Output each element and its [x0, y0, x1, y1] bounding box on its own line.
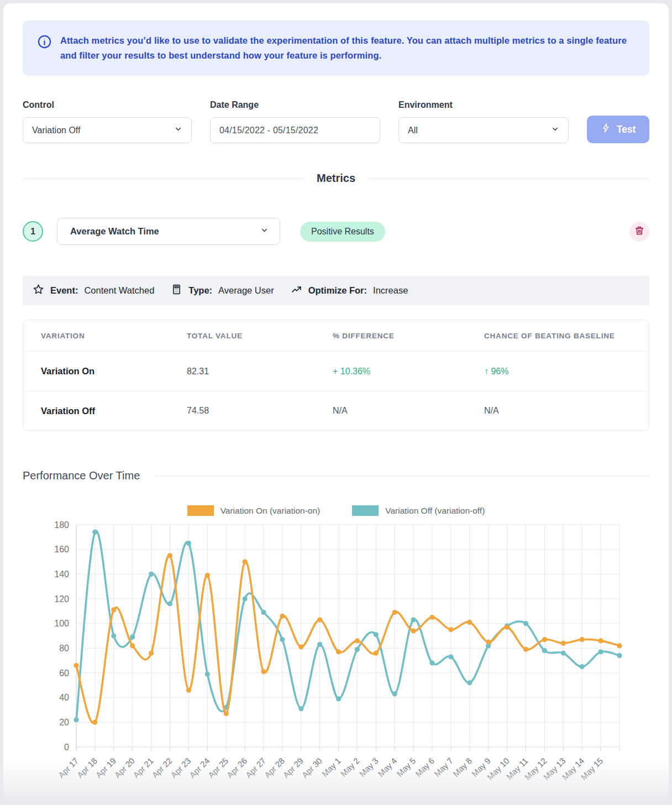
date-range-input[interactable]: 04/15/2022 - 05/15/2022: [210, 117, 380, 143]
svg-text:40: 40: [59, 693, 69, 702]
col-header-variation: VARIATION: [41, 332, 187, 340]
performance-chart: Variation On (variation-on) Variation Of…: [23, 505, 649, 798]
chevron-down-icon: [260, 226, 269, 237]
svg-text:140: 140: [54, 569, 69, 579]
svg-text:May 3: May 3: [358, 756, 380, 778]
environment-field: Environment All: [398, 100, 569, 143]
col-header-total-value: TOTAL VALUE: [187, 332, 333, 340]
row-variation-name: Variation Off: [41, 406, 187, 416]
legend-swatch-variation-off: [352, 505, 379, 516]
svg-text:Apr 27: Apr 27: [244, 756, 267, 780]
row-chance: ↑ 96%: [484, 367, 649, 377]
performance-chart-svg: 020406080100120140160180Apr 17Apr 18Apr …: [23, 519, 653, 796]
filter-controls: Control Variation Off Date Range 04/15/2…: [23, 100, 649, 143]
svg-text:May 4: May 4: [376, 756, 398, 778]
svg-text:160: 160: [54, 545, 69, 554]
svg-text:May 5: May 5: [395, 756, 417, 778]
svg-text:May 8: May 8: [451, 756, 474, 778]
calculator-icon: [171, 284, 182, 297]
metric-select[interactable]: Average Watch Time: [57, 218, 280, 245]
results-table: VARIATION TOTAL VALUE % DIFFERENCE CHANC…: [23, 320, 649, 431]
row-difference: + 10.36%: [333, 367, 484, 377]
col-header-difference: % DIFFERENCE: [333, 332, 484, 340]
result-status-badge: Positive Results: [300, 222, 385, 242]
svg-text:Apr 22: Apr 22: [150, 756, 174, 780]
svg-text:60: 60: [59, 668, 69, 678]
svg-text:May 7: May 7: [432, 756, 455, 778]
svg-text:Apr 17: Apr 17: [56, 756, 80, 780]
row-variation-name: Variation On: [41, 366, 187, 377]
svg-text:Apr 23: Apr 23: [169, 756, 192, 780]
svg-text:Apr 28: Apr 28: [262, 756, 286, 780]
info-banner: Attach metrics you’d like to use to vali…: [23, 20, 649, 76]
metric-row: 1 Average Watch Time Positive Results: [23, 218, 649, 245]
environment-label: Environment: [398, 100, 569, 110]
optimize-summary: Optimize For: Increase: [291, 284, 408, 297]
svg-text:Apr 18: Apr 18: [75, 756, 99, 780]
bolt-icon: [601, 123, 611, 136]
row-difference: N/A: [333, 406, 484, 416]
svg-text:May 6: May 6: [413, 756, 436, 778]
star-icon: [33, 284, 44, 297]
divider-line: [23, 178, 305, 179]
row-total-value: 82.31: [187, 367, 333, 377]
delete-metric-button[interactable]: [629, 222, 649, 242]
row-chance: N/A: [484, 406, 649, 416]
svg-text:Apr 20: Apr 20: [113, 756, 136, 780]
svg-text:May 2: May 2: [339, 756, 361, 778]
metrics-section-divider: Metrics: [23, 172, 649, 185]
chevron-down-icon: [551, 125, 559, 135]
chart-legend: Variation On (variation-on) Variation Of…: [23, 505, 649, 516]
control-field: Control Variation Off: [23, 100, 192, 143]
svg-text:Apr 29: Apr 29: [281, 756, 305, 780]
col-header-chance: CHANCE OF BEATING BASELINE: [484, 332, 649, 340]
metrics-heading: Metrics: [317, 172, 355, 185]
performance-section-header: Performance Over Time: [23, 469, 649, 482]
metric-index-badge: 1: [23, 221, 43, 242]
svg-text:Apr 30: Apr 30: [300, 756, 324, 780]
svg-text:Apr 21: Apr 21: [131, 756, 155, 780]
chevron-down-icon: [174, 125, 182, 135]
experimentation-panel: Attach metrics you’d like to use to vali…: [3, 3, 669, 805]
legend-swatch-variation-on: [187, 505, 214, 516]
legend-item-variation-on[interactable]: Variation On (variation-on): [187, 505, 321, 516]
info-banner-text: Attach metrics you’d like to use to vali…: [60, 33, 633, 63]
svg-text:180: 180: [54, 520, 69, 530]
metric-summary-bar: Event: Content Watched Type: Average Use…: [23, 276, 649, 305]
event-summary: Event: Content Watched: [33, 284, 154, 297]
table-row: Variation Off 74.58 N/A N/A: [23, 391, 649, 430]
legend-item-variation-off[interactable]: Variation Off (variation-off): [352, 505, 485, 516]
svg-text:20: 20: [59, 718, 69, 727]
svg-text:100: 100: [54, 619, 69, 628]
trending-up-icon: [291, 284, 302, 297]
table-header-row: VARIATION TOTAL VALUE % DIFFERENCE CHANC…: [23, 320, 649, 352]
trash-icon: [634, 225, 645, 238]
performance-chart-canvas: 020406080100120140160180Apr 17Apr 18Apr …: [23, 519, 649, 798]
svg-text:80: 80: [59, 644, 69, 653]
type-summary: Type: Average User: [171, 284, 274, 297]
date-range-label: Date Range: [210, 100, 380, 110]
svg-text:Apr 25: Apr 25: [206, 756, 230, 780]
date-range-field: Date Range 04/15/2022 - 05/15/2022: [210, 100, 380, 143]
divider-line: [368, 178, 649, 179]
info-icon: [37, 34, 52, 51]
control-select[interactable]: Variation Off: [23, 117, 192, 143]
svg-text:Apr 19: Apr 19: [94, 756, 118, 780]
svg-text:Apr 24: Apr 24: [187, 756, 211, 780]
test-button[interactable]: Test: [587, 116, 649, 143]
svg-text:Apr 26: Apr 26: [225, 756, 249, 780]
table-row: Variation On 82.31 + 10.36% ↑ 96%: [23, 352, 649, 391]
svg-text:0: 0: [64, 743, 69, 752]
environment-select[interactable]: All: [398, 117, 569, 143]
svg-text:May 1: May 1: [320, 756, 343, 778]
svg-text:120: 120: [54, 594, 69, 604]
control-label: Control: [23, 100, 192, 110]
divider-line: [155, 475, 649, 476]
row-total-value: 74.58: [187, 406, 333, 416]
performance-title: Performance Over Time: [23, 469, 140, 482]
